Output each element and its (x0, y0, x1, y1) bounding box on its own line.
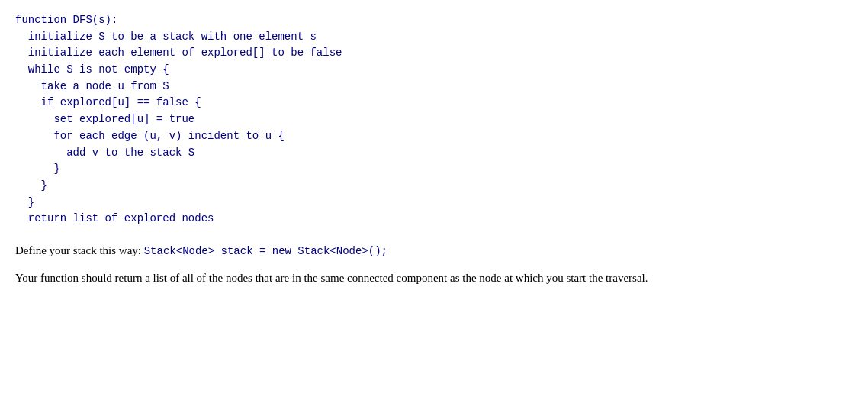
prose-section: Define your stack this way: Stack<Node> … (15, 241, 853, 287)
prose-line-2: Your function should return a list of al… (15, 269, 853, 287)
prose-line-1: Define your stack this way: Stack<Node> … (15, 241, 853, 260)
code-block: function DFS(s): initialize S to be a st… (15, 12, 853, 227)
prose-line-1-text: Define your stack this way: (15, 244, 144, 256)
prose-line-1-code: Stack<Node> stack = new Stack<Node>(); (144, 245, 387, 257)
